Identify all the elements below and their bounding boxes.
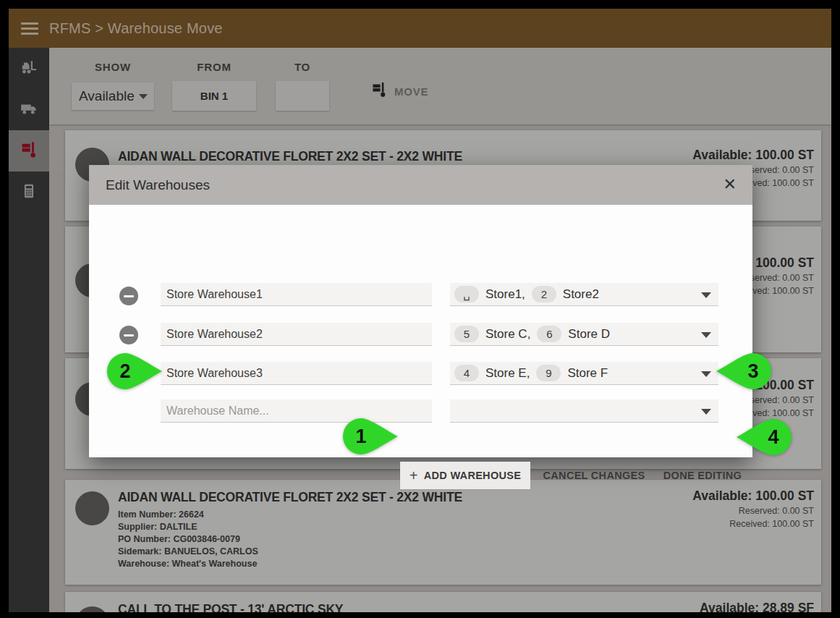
callout-3-annotation: 3: [716, 352, 771, 390]
add-warehouse-button[interactable]: + ADD WAREHOUSE: [400, 462, 530, 489]
add-warehouse-label: ADD WAREHOUSE: [424, 470, 521, 481]
svg-text:1: 1: [355, 426, 366, 447]
svg-text:4: 4: [768, 426, 779, 448]
bin-badge: ␣: [454, 286, 479, 302]
bins-select[interactable]: ␣ Store1, 2 Store2: [450, 283, 718, 306]
callout-4-annotation: 4: [737, 418, 792, 456]
callout-2-annotation: 2: [107, 352, 162, 390]
store-label: Store E,: [485, 366, 530, 381]
chevron-down-icon: [701, 409, 711, 415]
svg-text:3: 3: [747, 360, 758, 382]
bin-badge: 2: [532, 286, 556, 302]
done-editing-button[interactable]: DONE EDITING: [663, 462, 742, 489]
store-label: Store D: [568, 327, 610, 342]
dialog-title: Edit Warehouses: [106, 177, 210, 193]
store-label: Store1,: [485, 287, 525, 302]
store-label: Store F: [567, 366, 608, 381]
bin-badge: 4: [454, 365, 479, 381]
warehouse-name-input[interactable]: [161, 323, 432, 346]
warehouse-name-input[interactable]: [161, 283, 432, 306]
bins-select[interactable]: 4 Store E, 9 Store F: [450, 362, 718, 385]
svg-text:2: 2: [119, 360, 130, 382]
cancel-changes-button[interactable]: CANCEL CHANGES: [544, 462, 644, 489]
store-label: Store2: [563, 287, 599, 302]
plus-icon: +: [410, 467, 418, 484]
new-bins-select[interactable]: [450, 399, 718, 423]
screenshot-frame: RFMS > Warehouse Move: [0, 0, 840, 618]
store-label: Store C,: [485, 327, 530, 342]
callout-1-annotation: 1: [343, 418, 398, 455]
dialog-header: Edit Warehouses ✕: [89, 165, 752, 205]
edit-warehouses-dialog: Edit Warehouses ✕ ␣ Store1, 2 Store2 5 S…: [89, 165, 752, 457]
remove-warehouse-button[interactable]: [119, 287, 138, 305]
chevron-down-icon: [701, 332, 711, 338]
chevron-down-icon: [701, 371, 711, 377]
warehouse-name-input[interactable]: [161, 362, 432, 385]
remove-warehouse-button[interactable]: [119, 326, 138, 344]
bin-badge: 5: [454, 326, 479, 342]
bins-select[interactable]: 5 Store C, 6 Store D: [450, 323, 718, 346]
chevron-down-icon: [701, 292, 711, 298]
dialog-body: ␣ Store1, 2 Store2 5 Store C, 6 Store D …: [89, 205, 752, 457]
close-icon[interactable]: ✕: [724, 175, 737, 194]
bin-badge: 6: [537, 326, 561, 342]
bin-badge: 9: [536, 365, 561, 381]
